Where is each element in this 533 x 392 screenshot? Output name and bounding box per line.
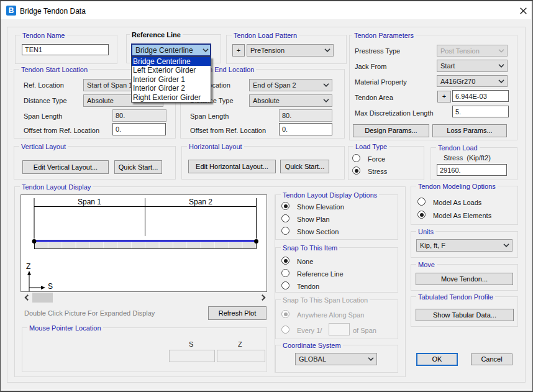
- svg-text:Z: Z: [26, 262, 30, 271]
- svg-text:Span 2: Span 2: [189, 198, 212, 206]
- svg-text:S: S: [48, 282, 53, 291]
- svg-text:Span 1: Span 1: [78, 198, 101, 206]
